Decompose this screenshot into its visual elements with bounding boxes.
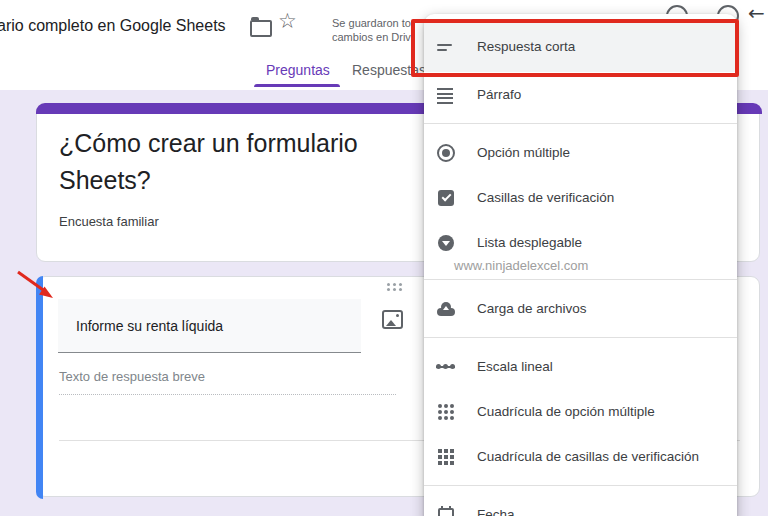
multiple-choice-icon <box>436 143 456 163</box>
selected-question-indicator <box>36 276 43 499</box>
form-title[interactable]: ¿Cómo crear un formulario Sheets? <box>59 125 358 199</box>
menu-item-label: Opción múltiple <box>477 145 570 160</box>
save-status: Se guardaron to cambios en Driv <box>332 16 411 44</box>
paragraph-icon <box>436 85 456 105</box>
form-document-title[interactable]: ario completo en Google Sheets <box>0 17 226 35</box>
drag-handle-icon[interactable] <box>387 283 403 292</box>
save-status-line2: cambios en Driv <box>332 30 411 44</box>
menu-item-label: Cuadrícula de opción múltiple <box>477 404 655 419</box>
form-title-line2: Sheets? <box>59 162 358 199</box>
menu-item-checkboxes[interactable]: Casillas de verificación <box>424 175 737 220</box>
menu-item-linear-scale[interactable]: Escala lineal <box>424 344 737 389</box>
watermark-text: www.ninjadelexcel.com <box>424 259 737 273</box>
menu-item-label: Casillas de verificación <box>477 190 614 205</box>
checkbox-grid-icon <box>436 447 456 467</box>
menu-item-file-upload[interactable]: Carga de archivos <box>424 286 737 331</box>
multiple-choice-grid-icon <box>436 402 456 422</box>
menu-item-short-answer[interactable]: Respuesta corta <box>424 20 737 72</box>
back-arrow-icon[interactable]: ← <box>748 1 765 25</box>
menu-item-multiple-choice-grid[interactable]: Cuadrícula de opción múltiple <box>424 389 737 434</box>
menu-item-label: Carga de archivos <box>477 301 587 316</box>
menu-item-label: Respuesta corta <box>477 39 575 54</box>
menu-divider <box>424 123 737 124</box>
linear-scale-icon <box>436 357 456 377</box>
form-description[interactable]: Encuesta familiar <box>59 214 159 229</box>
menu-divider <box>424 485 737 486</box>
date-icon <box>436 505 456 516</box>
file-upload-icon <box>436 299 456 319</box>
checkboxes-icon <box>436 188 456 208</box>
add-image-icon[interactable] <box>382 310 403 329</box>
move-to-folder-icon[interactable] <box>250 16 268 34</box>
menu-item-label: Lista desplegable <box>477 235 582 250</box>
short-answer-icon <box>436 36 456 56</box>
form-title-line1: ¿Cómo crear un formulario <box>59 125 358 162</box>
google-forms-editor: ario completo en Google Sheets ☆ Se guar… <box>0 0 768 516</box>
menu-divider <box>424 279 737 280</box>
question-type-menu: Respuesta cortaPárrafoOpción múltipleCas… <box>424 14 737 516</box>
tab-respuestas[interactable]: Respuestas <box>352 62 426 78</box>
save-status-line1: Se guardaron to <box>332 16 411 30</box>
short-answer-preview: Texto de respuesta breve <box>59 369 396 395</box>
menu-item-label: Fecha <box>477 507 515 516</box>
menu-item-multiple-choice[interactable]: Opción múltiple <box>424 130 737 175</box>
active-tab-underline <box>254 84 340 87</box>
menu-item-checkbox-grid[interactable]: Cuadrícula de casillas de verificación <box>424 434 737 479</box>
menu-item-paragraph[interactable]: Párrafo <box>424 72 737 117</box>
question-title-input[interactable]: Informe su renta líquida <box>58 299 361 353</box>
menu-item-label: Escala lineal <box>477 359 553 374</box>
star-icon[interactable]: ☆ <box>278 11 297 32</box>
tab-preguntas[interactable]: Preguntas <box>266 62 330 78</box>
menu-item-label: Cuadrícula de casillas de verificación <box>477 449 699 464</box>
menu-item-date[interactable]: Fecha <box>424 492 737 516</box>
menu-divider <box>424 337 737 338</box>
dropdown-icon <box>436 233 456 253</box>
menu-item-label: Párrafo <box>477 87 521 102</box>
